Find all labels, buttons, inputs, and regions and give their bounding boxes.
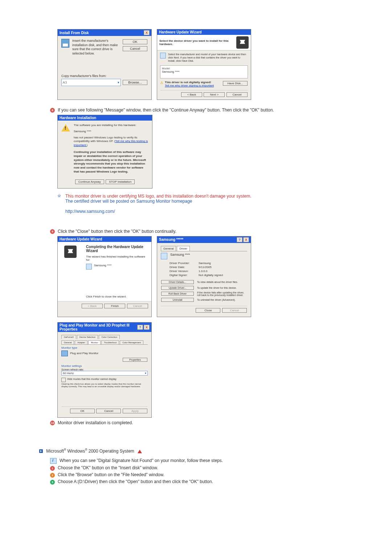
uninstall-button[interactable]: Uninstall: [161, 298, 194, 302]
finish-button[interactable]: Finish: [104, 304, 125, 308]
wizard-heading: Select the device driver you want to ins…: [159, 39, 236, 46]
section-bullet-icon: [39, 449, 43, 453]
cancel-button: Cancel: [222, 308, 247, 313]
step-number: 3: [50, 480, 55, 485]
dialog-title: Samsung *****: [159, 238, 183, 242]
step-number: 8: [50, 108, 55, 113]
properties-button[interactable]: Properties: [123, 358, 147, 362]
update-driver-button[interactable]: Update Driver...: [161, 286, 194, 290]
step-text: If you can see following "Message" windo…: [58, 107, 274, 113]
step-number: 10: [50, 421, 55, 425]
complete-sub: The wizard has finished installing the s…: [86, 255, 148, 262]
step-text: Choose the "OK" button on the "Insert di…: [58, 465, 158, 470]
help-icon[interactable]: ?: [137, 325, 143, 330]
step-number: 9: [50, 229, 55, 234]
step-number: 1: [50, 466, 55, 471]
hide-modes-checkbox[interactable]: [61, 378, 66, 382]
copy-files-label: Copy manufacturer's files from:: [61, 74, 148, 78]
rollback-driver-button[interactable]: Roll Back Driver: [161, 292, 194, 296]
hide-modes-label: Hide modes that this monitor cannot disp…: [67, 378, 117, 380]
instruction-text: Insert the manufacturer's installation d…: [72, 39, 119, 56]
stop-installation-button[interactable]: STOP Installation: [106, 179, 135, 184]
dialog-titlebar: Hardware Installation: [58, 115, 152, 121]
tab-general[interactable]: General: [61, 340, 74, 344]
cancel-button[interactable]: Cancel: [96, 409, 121, 413]
have-disk-button[interactable]: Have Disk...: [223, 81, 248, 86]
back-button: < Back: [82, 304, 103, 308]
device-icon: [160, 53, 166, 58]
step-text: Click the "Browse" button on the "File N…: [58, 472, 164, 477]
ok-button[interactable]: OK: [123, 39, 147, 44]
driver-details-button[interactable]: Driver Details...: [161, 280, 194, 284]
tab-color-management[interactable]: Color Management: [120, 340, 143, 344]
tab-device-selection[interactable]: Device Selection: [77, 335, 98, 339]
note-red: This monitor driver is under certifying …: [65, 194, 252, 199]
warning-icon: ⚠: [160, 81, 163, 87]
device-icon: [161, 253, 167, 259]
tab-adapter[interactable]: Adapter: [75, 340, 87, 344]
model-value: Samsung ****: [162, 70, 246, 73]
close-button[interactable]: Close: [196, 308, 220, 313]
dialog-titlebar: Install From Disk X: [58, 29, 151, 36]
finish-hint: Click Finish to close the wizard.: [86, 295, 148, 298]
tab-geforce3[interactable]: GeForce3: [61, 335, 76, 339]
signing-link[interactable]: Tell me why driver signing is important: [165, 84, 214, 87]
complete-heading: Completing the Hardware Update Wizard: [86, 245, 148, 253]
refresh-dropdown[interactable]: 60 Hertz ▾: [61, 371, 148, 376]
cancel-button[interactable]: Cancel: [226, 92, 248, 97]
samsung-link[interactable]: http://www.samsung.com/: [65, 209, 252, 214]
tab-general[interactable]: General: [161, 246, 176, 251]
model-label: Model: [162, 67, 246, 70]
tab-troubleshoot[interactable]: Troubleshoot: [101, 340, 119, 344]
win2000-intro: When you can see "Digital Signature Not …: [60, 458, 223, 463]
browse-button[interactable]: Browse...: [123, 80, 147, 85]
monitor-properties-dialog: Plug and Play Monitor and 3D Prophet III…: [57, 322, 152, 418]
note-blue: The certified driver will be posted on S…: [65, 199, 252, 204]
chevron-down-icon: ▾: [118, 81, 119, 84]
step-text: Monitor driver installation is completed…: [58, 420, 133, 426]
floppy-disk-icon: [61, 39, 69, 48]
close-icon[interactable]: X: [144, 325, 150, 330]
device-icon: [86, 264, 92, 270]
monitor-type-section: Monitor type: [61, 346, 148, 349]
signing-warning: This driver is not digitally signed!: [165, 81, 214, 84]
back-button[interactable]: < Back: [181, 92, 202, 97]
dialog-titlebar: Plug and Play Monitor and 3D Prophet III…: [58, 323, 151, 332]
dialog-titlebar: Hardware Update Wizard: [58, 236, 151, 242]
next-button[interactable]: Next >: [204, 92, 225, 97]
continue-anyway-button[interactable]: Continue Anyway: [75, 179, 104, 184]
note-block: ※ This monitor driver is under certifyin…: [57, 194, 330, 214]
apply-button: Apply: [123, 409, 147, 413]
tab-color-correction[interactable]: Color Correction: [99, 335, 120, 339]
note-icon: ※: [57, 194, 61, 214]
step-text: Choose A:(D:\Driver) then click the "Ope…: [58, 479, 213, 484]
hardware-update-wizard-dialog: Hardware Update Wizard Select the device…: [157, 29, 251, 100]
path-dropdown[interactable]: A:\ ▾: [61, 79, 121, 86]
monitor-settings-section: Monitor settings: [61, 364, 148, 368]
tab-monitor[interactable]: Monitor: [88, 340, 101, 344]
dialog-titlebar: Samsung ***** ? X: [157, 236, 251, 243]
step-number: 2: [50, 473, 55, 478]
device-name: Samsung ****: [74, 130, 148, 134]
device-name: Samsung ****: [94, 264, 111, 270]
cancel-button: Cancel: [127, 304, 148, 308]
win2000-heading: Microsoft® Windows® 2000 Operating Syste…: [39, 448, 392, 454]
close-icon[interactable]: X: [243, 237, 249, 242]
monitor-type-value: Plug and Play Monitor: [70, 352, 98, 355]
ok-button[interactable]: OK: [70, 409, 95, 413]
install-from-disk-dialog: Install From Disk X Insert the manufactu…: [57, 29, 152, 100]
up-arrow-icon: [138, 450, 142, 453]
hardware-icon: [64, 246, 77, 258]
warning-bold: Continuing your installation of this sof…: [74, 150, 148, 174]
step-text: Click the "Close" button then click the …: [58, 228, 176, 235]
tab-driver[interactable]: Driver: [177, 246, 189, 251]
dialog-title: Install From Disk: [60, 31, 89, 35]
dialog-title: Plug and Play Monitor and 3D Prophet III…: [60, 323, 137, 331]
help-icon[interactable]: ?: [237, 237, 242, 242]
cancel-button[interactable]: Cancel: [123, 46, 147, 51]
device-name: Samsung ****: [170, 253, 190, 259]
wizard-instruction: Select the manufacturer and model of you…: [168, 53, 248, 62]
warning-line1: The software you are installing for this…: [74, 123, 148, 127]
hide-modes-description: Clearing this check box allows you to se…: [61, 383, 148, 389]
close-icon[interactable]: X: [144, 30, 150, 35]
